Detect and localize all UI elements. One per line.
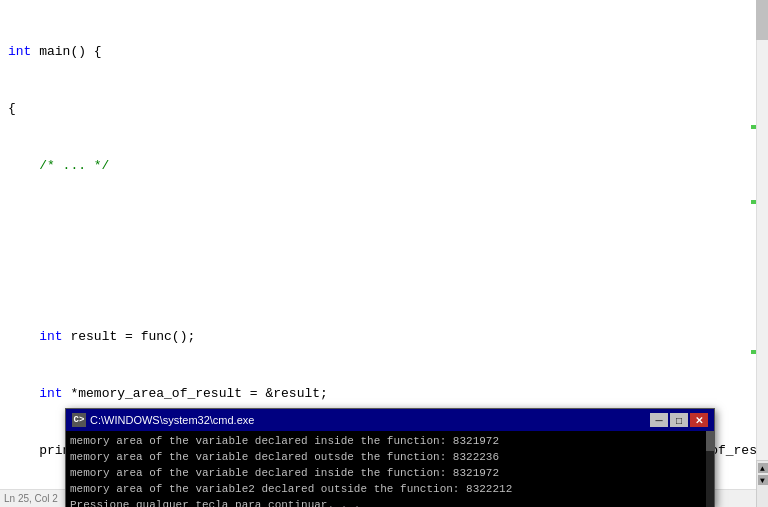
tool-icon[interactable]: ▲ [758,463,768,473]
cmd-scrollbar[interactable] [706,431,714,507]
indicator-mark [751,200,756,204]
code-line: /* ... */ [8,156,760,175]
right-tool-panel: ▲ ▼ [756,460,768,507]
code-line [8,270,760,289]
cmd-body: memory area of the variable declared ins… [66,431,714,507]
code-editor: int main() { { /* ... */ int result = fu… [0,0,768,507]
cmd-titlebar: C> C:\WINDOWS\system32\cmd.exe ─ □ ✕ [66,409,714,431]
minimize-button[interactable]: ─ [650,413,668,427]
code-indicators [751,0,756,507]
maximize-button[interactable]: □ [670,413,688,427]
code-line: { [8,99,760,118]
close-button[interactable]: ✕ [690,413,708,427]
scrollbar-thumb[interactable] [756,0,768,40]
cmd-scrollbar-thumb[interactable] [706,431,714,451]
cmd-title-left: C> C:\WINDOWS\system32\cmd.exe [72,413,254,427]
code-line: int main() { [8,42,760,61]
code-line [8,213,760,232]
code-line: int *memory_area_of_result = &result; [8,384,760,403]
status-text: Ln 25, Col 2 [4,493,58,504]
tool-icon[interactable]: ▼ [758,475,768,485]
cmd-window[interactable]: C> C:\WINDOWS\system32\cmd.exe ─ □ ✕ mem… [65,408,715,507]
vertical-scrollbar[interactable] [756,0,768,507]
code-line: int result = func(); [8,327,760,346]
cmd-window-controls[interactable]: ─ □ ✕ [650,413,708,427]
cmd-title-text: C:\WINDOWS\system32\cmd.exe [90,414,254,426]
indicator-mark [751,350,756,354]
cmd-output: memory area of the variable declared ins… [70,433,710,507]
indicator-mark [751,125,756,129]
cmd-app-icon: C> [72,413,86,427]
